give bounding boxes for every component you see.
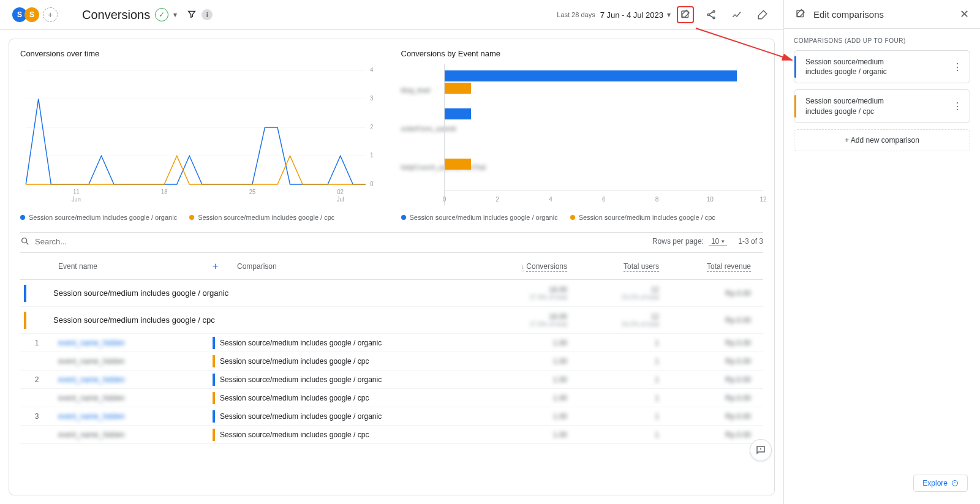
more-icon[interactable]: ⋮ (952, 61, 962, 73)
summary-row: Session source/medium includes google / … (20, 307, 763, 334)
svg-text:4: 4 (370, 67, 374, 73)
svg-text:Jul: Jul (337, 196, 344, 203)
chip-cpc[interactable]: S (24, 7, 39, 22)
legend-label-b: Session source/medium includes google / … (198, 214, 334, 221)
bar-chart-panel: Conversions by Event name blog_lead orde… (401, 49, 764, 221)
svg-text:11: 11 (73, 189, 79, 195)
line-chart: 0123411Jun182502Jul (20, 64, 383, 205)
report-card: Conversions over time 0123411Jun182502Ju… (9, 39, 775, 495)
table-row[interactable]: event_name_hidden Session source/medium … (20, 426, 763, 444)
insights-icon[interactable] (728, 6, 745, 23)
comparison-chips: S S + (12, 7, 58, 22)
rows-per-label: Rows per page: (652, 237, 704, 246)
side-panel: Edit comparisons ✕ COMPARISONS (ADD UP T… (784, 0, 980, 504)
svg-text:02: 02 (337, 189, 344, 195)
bar-segment (445, 83, 471, 94)
th-revenue[interactable]: Total revenue (671, 262, 763, 271)
svg-text:1: 1 (370, 152, 373, 159)
legend-label-b2: Session source/medium includes google / … (579, 214, 715, 221)
filter-icon[interactable] (187, 9, 197, 21)
search-icon (20, 236, 30, 246)
share-icon[interactable] (703, 6, 720, 23)
svg-point-21 (22, 238, 27, 243)
comparison-card[interactable]: Session source/mediumincludes google / c… (794, 89, 970, 122)
svg-text:3: 3 (370, 95, 373, 102)
table-row[interactable]: 1 event_name_hidden Session source/mediu… (20, 334, 763, 352)
th-comparison: Comparison (237, 262, 488, 271)
summary-row: Session source/medium includes google / … (20, 280, 763, 307)
table-row[interactable]: 3 event_name_hidden Session source/mediu… (20, 407, 763, 426)
side-panel-title: Edit comparisons (813, 9, 952, 20)
legend-dot-blue (20, 215, 25, 220)
title-dropdown-caret[interactable]: ▾ (173, 10, 177, 19)
explore-button[interactable]: Explore (913, 475, 968, 492)
topbar: S S + Conversions ✓ ▾ i Last 28 days 7 J… (0, 0, 783, 30)
page-info: 1-3 of 3 (738, 237, 763, 246)
svg-point-1 (713, 10, 715, 12)
page-title: Conversions (82, 8, 150, 22)
svg-text:2: 2 (370, 124, 373, 130)
svg-text:18: 18 (161, 189, 167, 195)
info-icon[interactable]: i (202, 9, 213, 20)
line-chart-panel: Conversions over time 0123411Jun182502Ju… (20, 49, 383, 221)
data-table: Event name + Comparison ↓Conversions Tot… (20, 252, 763, 444)
bar-segment (445, 159, 471, 170)
bar-chart-legend: Session source/medium includes google / … (401, 214, 764, 221)
svg-point-3 (713, 17, 715, 19)
table-header-row: Event name + Comparison ↓Conversions Tot… (20, 253, 763, 280)
bar-chart: 024681012 (444, 64, 764, 205)
rows-per-select[interactable]: 10▾ (709, 237, 727, 246)
table-row[interactable]: 2 event_name_hidden Session source/mediu… (20, 370, 763, 389)
add-comparison-chip[interactable]: + (43, 7, 58, 22)
svg-text:0: 0 (370, 181, 373, 187)
th-conversions[interactable]: ↓Conversions (488, 262, 579, 271)
legend-label-a2: Session source/medium includes google / … (410, 214, 558, 221)
table-row[interactable]: event_name_hidden Session source/medium … (20, 389, 763, 407)
more-icon[interactable]: ⋮ (952, 100, 962, 112)
bar-chart-y-labels: blog_lead orderForm_submit helpCrunch_su… (401, 64, 444, 205)
edit-comparisons-icon[interactable] (677, 6, 694, 23)
legend-dot-orange (570, 215, 575, 220)
add-dimension-button[interactable]: + (213, 261, 237, 272)
legend-dot-orange (189, 215, 194, 220)
status-badge-icon[interactable]: ✓ (155, 8, 168, 21)
feedback-button[interactable] (750, 439, 772, 461)
close-icon[interactable]: ✕ (960, 7, 969, 21)
side-section-label: COMPARISONS (ADD UP TO FOUR) (794, 37, 970, 44)
add-comparison-button[interactable]: + Add new comparison (794, 129, 970, 151)
svg-text:25: 25 (249, 189, 255, 195)
svg-point-2 (707, 14, 709, 16)
search-input[interactable] (35, 237, 157, 246)
date-range[interactable]: 7 Jun - 4 Jul 2023 (600, 10, 663, 20)
svg-text:Jun: Jun (72, 196, 81, 203)
bar-segment (445, 108, 471, 119)
table-row[interactable]: event_name_hidden Session source/medium … (20, 352, 763, 370)
line-chart-legend: Session source/medium includes google / … (20, 214, 383, 221)
comparison-card[interactable]: Session source/mediumincludes google / o… (794, 50, 970, 83)
date-caption: Last 28 days (557, 11, 595, 18)
line-chart-title: Conversions over time (20, 49, 383, 58)
table-controls: Rows per page: 10▾ 1-3 of 3 (20, 232, 763, 250)
date-dropdown-caret[interactable]: ▾ (667, 10, 671, 19)
legend-label-a: Session source/medium includes google / … (29, 214, 177, 221)
bar-segment (445, 70, 737, 81)
bar-chart-title: Conversions by Event name (401, 49, 764, 58)
edit-icon[interactable] (754, 6, 771, 23)
legend-dot-blue (401, 215, 406, 220)
th-users[interactable]: Total users (579, 262, 671, 271)
th-event-name[interactable]: Event name (53, 262, 213, 271)
edit-comparisons-header-icon (795, 9, 806, 20)
